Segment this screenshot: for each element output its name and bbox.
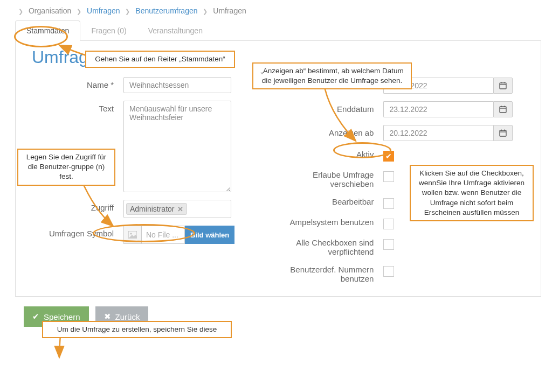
allcb-checkbox[interactable] xyxy=(383,239,394,250)
save-button-label: Speichern xyxy=(44,312,80,321)
traffic-checkbox[interactable] xyxy=(383,219,394,229)
svg-rect-10 xyxy=(500,130,506,136)
breadcrumb-item: Organisation xyxy=(29,6,71,15)
svg-rect-6 xyxy=(500,107,506,113)
postpone-label: Erlaube Umfrage verschieben xyxy=(278,169,383,188)
tab-bar: Stammdaten Fragen (0) Veranstaltungen xyxy=(15,20,541,41)
symbol-label: Umfragen Symbol xyxy=(32,226,123,238)
active-checkbox[interactable]: ✔ xyxy=(383,151,394,162)
calendar-icon[interactable] xyxy=(493,101,513,117)
svg-point-1 xyxy=(130,233,132,235)
breadcrumb-link[interactable]: Umfragen xyxy=(87,6,120,15)
access-tag[interactable]: Administrator ✕ xyxy=(126,203,187,215)
choose-image-button[interactable]: Bild wählen xyxy=(185,226,234,244)
text-textarea[interactable]: Menüauswahl für unsere Weihnachtsfeier xyxy=(123,101,231,192)
breadcrumb-link[interactable]: Benutzerumfragen xyxy=(135,6,197,15)
access-tag-label: Administrator xyxy=(130,205,174,213)
enddate-label: Enddatum xyxy=(278,101,383,114)
tab-veranstaltungen[interactable]: Veranstaltungen xyxy=(137,20,213,40)
postpone-checkbox[interactable] xyxy=(383,171,394,182)
showfrom-input[interactable] xyxy=(383,125,493,141)
annotation-callout: „Anzeigen ab“ bestimmt, ab welchem Datum… xyxy=(252,62,412,89)
enddate-input[interactable] xyxy=(383,101,493,117)
access-tag-input[interactable]: Administrator ✕ xyxy=(123,200,231,218)
calendar-icon[interactable] xyxy=(493,78,513,94)
annotation-callout: Klicken Sie auf die Checkboxen, wennSie … xyxy=(410,165,534,221)
svg-rect-2 xyxy=(500,83,506,89)
access-label: Zugriff xyxy=(32,200,123,212)
custnum-checkbox[interactable] xyxy=(383,266,394,277)
editable-label: Bearbeitbar xyxy=(278,196,383,206)
allcb-label: Alle Checkboxen sind verpflichtend xyxy=(278,237,383,256)
annotation-callout: Um die Umfrage zu erstellen, speichern S… xyxy=(42,321,232,338)
chevron-right-icon: ❯ xyxy=(203,8,208,15)
tab-stammdaten[interactable]: Stammdaten xyxy=(15,20,80,41)
editable-checkbox[interactable] xyxy=(383,198,394,209)
breadcrumb-current: Umfragen xyxy=(213,6,246,15)
breadcrumb: ❯ Organisation ❯ Umfragen ❯ Benutzerumfr… xyxy=(0,0,552,20)
tab-fragen[interactable]: Fragen (0) xyxy=(80,20,137,40)
back-button-label: Zurück xyxy=(115,312,140,321)
chevron-right-icon: ❯ xyxy=(125,8,130,15)
check-icon: ✔ xyxy=(32,312,39,321)
annotation-callout: Legen Sie den Zugriff für die Benutzer-g… xyxy=(17,149,115,186)
name-input[interactable] xyxy=(123,77,231,93)
custnum-label: Benutzerdef. Nummern benutzen xyxy=(278,264,383,283)
traffic-label: Ampelsystem benutzen xyxy=(278,216,383,227)
name-label: Name * xyxy=(32,77,123,89)
chevron-right-icon: ❯ xyxy=(77,8,81,15)
chevron-right-icon: ❯ xyxy=(18,8,23,15)
text-label: Text xyxy=(32,101,123,113)
close-icon: ✖ xyxy=(104,312,111,321)
file-name-display: No File ... xyxy=(142,226,185,244)
showfrom-label: Anzeigen ab xyxy=(278,125,383,137)
image-placeholder-icon xyxy=(123,226,142,244)
active-label: Aktiv xyxy=(278,149,383,159)
calendar-icon[interactable] xyxy=(493,125,513,141)
remove-tag-icon[interactable]: ✕ xyxy=(177,205,183,213)
annotation-callout: Gehen Sie auf den Reiter „Stammdaten“ xyxy=(85,51,235,68)
